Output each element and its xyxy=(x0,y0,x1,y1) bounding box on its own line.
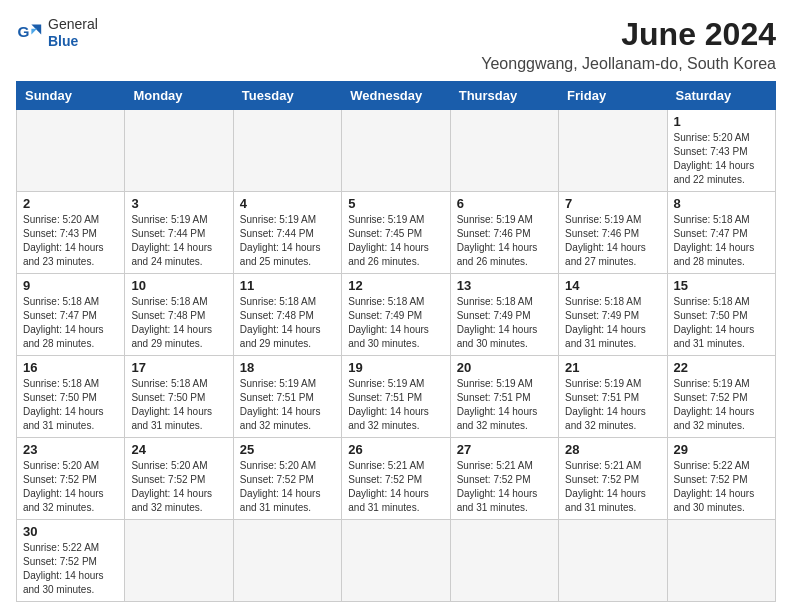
calendar-cell xyxy=(125,110,233,192)
day-info: Sunrise: 5:18 AMSunset: 7:48 PMDaylight:… xyxy=(240,295,335,351)
day-number: 3 xyxy=(131,196,226,211)
calendar-cell xyxy=(17,110,125,192)
day-number: 20 xyxy=(457,360,552,375)
day-info: Sunrise: 5:18 AMSunset: 7:47 PMDaylight:… xyxy=(23,295,118,351)
calendar-cell: 9Sunrise: 5:18 AMSunset: 7:47 PMDaylight… xyxy=(17,274,125,356)
calendar-week-3: 9Sunrise: 5:18 AMSunset: 7:47 PMDaylight… xyxy=(17,274,776,356)
weekday-header-row: SundayMondayTuesdayWednesdayThursdayFrid… xyxy=(17,82,776,110)
weekday-header-monday: Monday xyxy=(125,82,233,110)
day-info: Sunrise: 5:18 AMSunset: 7:50 PMDaylight:… xyxy=(674,295,769,351)
day-info: Sunrise: 5:19 AMSunset: 7:44 PMDaylight:… xyxy=(131,213,226,269)
day-info: Sunrise: 5:18 AMSunset: 7:50 PMDaylight:… xyxy=(131,377,226,433)
calendar-cell: 8Sunrise: 5:18 AMSunset: 7:47 PMDaylight… xyxy=(667,192,775,274)
day-number: 23 xyxy=(23,442,118,457)
day-info: Sunrise: 5:18 AMSunset: 7:49 PMDaylight:… xyxy=(565,295,660,351)
calendar-cell: 12Sunrise: 5:18 AMSunset: 7:49 PMDayligh… xyxy=(342,274,450,356)
calendar-cell: 17Sunrise: 5:18 AMSunset: 7:50 PMDayligh… xyxy=(125,356,233,438)
day-info: Sunrise: 5:18 AMSunset: 7:47 PMDaylight:… xyxy=(674,213,769,269)
day-number: 15 xyxy=(674,278,769,293)
calendar-cell: 15Sunrise: 5:18 AMSunset: 7:50 PMDayligh… xyxy=(667,274,775,356)
calendar-cell: 24Sunrise: 5:20 AMSunset: 7:52 PMDayligh… xyxy=(125,438,233,520)
calendar-cell: 18Sunrise: 5:19 AMSunset: 7:51 PMDayligh… xyxy=(233,356,341,438)
calendar-week-4: 16Sunrise: 5:18 AMSunset: 7:50 PMDayligh… xyxy=(17,356,776,438)
logo-icon: G xyxy=(16,19,44,47)
calendar-cell: 25Sunrise: 5:20 AMSunset: 7:52 PMDayligh… xyxy=(233,438,341,520)
day-info: Sunrise: 5:19 AMSunset: 7:51 PMDaylight:… xyxy=(240,377,335,433)
calendar-cell: 2Sunrise: 5:20 AMSunset: 7:43 PMDaylight… xyxy=(17,192,125,274)
weekday-header-sunday: Sunday xyxy=(17,82,125,110)
calendar-cell: 22Sunrise: 5:19 AMSunset: 7:52 PMDayligh… xyxy=(667,356,775,438)
calendar-cell xyxy=(450,110,558,192)
weekday-header-tuesday: Tuesday xyxy=(233,82,341,110)
day-info: Sunrise: 5:20 AMSunset: 7:43 PMDaylight:… xyxy=(674,131,769,187)
calendar-week-5: 23Sunrise: 5:20 AMSunset: 7:52 PMDayligh… xyxy=(17,438,776,520)
day-number: 1 xyxy=(674,114,769,129)
day-number: 16 xyxy=(23,360,118,375)
day-number: 9 xyxy=(23,278,118,293)
calendar-table: SundayMondayTuesdayWednesdayThursdayFrid… xyxy=(16,81,776,602)
day-number: 11 xyxy=(240,278,335,293)
day-info: Sunrise: 5:19 AMSunset: 7:44 PMDaylight:… xyxy=(240,213,335,269)
day-info: Sunrise: 5:18 AMSunset: 7:49 PMDaylight:… xyxy=(457,295,552,351)
calendar-cell xyxy=(667,520,775,602)
day-number: 4 xyxy=(240,196,335,211)
weekday-header-wednesday: Wednesday xyxy=(342,82,450,110)
calendar-cell xyxy=(559,110,667,192)
calendar-week-2: 2Sunrise: 5:20 AMSunset: 7:43 PMDaylight… xyxy=(17,192,776,274)
logo-text: General Blue xyxy=(48,16,98,50)
calendar-cell xyxy=(559,520,667,602)
day-info: Sunrise: 5:19 AMSunset: 7:45 PMDaylight:… xyxy=(348,213,443,269)
calendar-cell: 21Sunrise: 5:19 AMSunset: 7:51 PMDayligh… xyxy=(559,356,667,438)
calendar-week-6: 30Sunrise: 5:22 AMSunset: 7:52 PMDayligh… xyxy=(17,520,776,602)
day-info: Sunrise: 5:18 AMSunset: 7:49 PMDaylight:… xyxy=(348,295,443,351)
day-info: Sunrise: 5:22 AMSunset: 7:52 PMDaylight:… xyxy=(23,541,118,597)
calendar-body: 1Sunrise: 5:20 AMSunset: 7:43 PMDaylight… xyxy=(17,110,776,602)
calendar-cell: 14Sunrise: 5:18 AMSunset: 7:49 PMDayligh… xyxy=(559,274,667,356)
day-info: Sunrise: 5:19 AMSunset: 7:51 PMDaylight:… xyxy=(565,377,660,433)
day-number: 21 xyxy=(565,360,660,375)
location-subtitle: Yeonggwang, Jeollanam-do, South Korea xyxy=(481,55,776,73)
day-number: 19 xyxy=(348,360,443,375)
calendar-cell xyxy=(233,110,341,192)
day-number: 17 xyxy=(131,360,226,375)
day-number: 30 xyxy=(23,524,118,539)
day-info: Sunrise: 5:20 AMSunset: 7:52 PMDaylight:… xyxy=(131,459,226,515)
calendar-cell: 7Sunrise: 5:19 AMSunset: 7:46 PMDaylight… xyxy=(559,192,667,274)
calendar-cell: 1Sunrise: 5:20 AMSunset: 7:43 PMDaylight… xyxy=(667,110,775,192)
calendar-cell xyxy=(233,520,341,602)
svg-marker-2 xyxy=(31,29,37,35)
day-info: Sunrise: 5:21 AMSunset: 7:52 PMDaylight:… xyxy=(457,459,552,515)
day-number: 13 xyxy=(457,278,552,293)
day-info: Sunrise: 5:19 AMSunset: 7:46 PMDaylight:… xyxy=(457,213,552,269)
calendar-cell: 26Sunrise: 5:21 AMSunset: 7:52 PMDayligh… xyxy=(342,438,450,520)
calendar-cell: 19Sunrise: 5:19 AMSunset: 7:51 PMDayligh… xyxy=(342,356,450,438)
day-info: Sunrise: 5:20 AMSunset: 7:52 PMDaylight:… xyxy=(240,459,335,515)
calendar-cell xyxy=(342,520,450,602)
calendar-cell: 5Sunrise: 5:19 AMSunset: 7:45 PMDaylight… xyxy=(342,192,450,274)
day-info: Sunrise: 5:20 AMSunset: 7:43 PMDaylight:… xyxy=(23,213,118,269)
calendar-cell: 28Sunrise: 5:21 AMSunset: 7:52 PMDayligh… xyxy=(559,438,667,520)
day-number: 18 xyxy=(240,360,335,375)
day-info: Sunrise: 5:21 AMSunset: 7:52 PMDaylight:… xyxy=(348,459,443,515)
day-info: Sunrise: 5:18 AMSunset: 7:50 PMDaylight:… xyxy=(23,377,118,433)
page-header: G General Blue June 2024 Yeonggwang, Jeo… xyxy=(16,16,776,73)
weekday-header-thursday: Thursday xyxy=(450,82,558,110)
month-year-title: June 2024 xyxy=(481,16,776,53)
logo-blue: Blue xyxy=(48,33,98,50)
day-info: Sunrise: 5:19 AMSunset: 7:46 PMDaylight:… xyxy=(565,213,660,269)
weekday-header-friday: Friday xyxy=(559,82,667,110)
day-info: Sunrise: 5:22 AMSunset: 7:52 PMDaylight:… xyxy=(674,459,769,515)
title-section: June 2024 Yeonggwang, Jeollanam-do, Sout… xyxy=(481,16,776,73)
svg-text:G: G xyxy=(17,23,29,40)
weekday-header-saturday: Saturday xyxy=(667,82,775,110)
day-number: 25 xyxy=(240,442,335,457)
logo: G General Blue xyxy=(16,16,98,50)
calendar-cell: 3Sunrise: 5:19 AMSunset: 7:44 PMDaylight… xyxy=(125,192,233,274)
calendar-cell: 30Sunrise: 5:22 AMSunset: 7:52 PMDayligh… xyxy=(17,520,125,602)
calendar-cell xyxy=(125,520,233,602)
day-number: 8 xyxy=(674,196,769,211)
day-number: 26 xyxy=(348,442,443,457)
day-number: 27 xyxy=(457,442,552,457)
calendar-cell: 10Sunrise: 5:18 AMSunset: 7:48 PMDayligh… xyxy=(125,274,233,356)
day-info: Sunrise: 5:21 AMSunset: 7:52 PMDaylight:… xyxy=(565,459,660,515)
